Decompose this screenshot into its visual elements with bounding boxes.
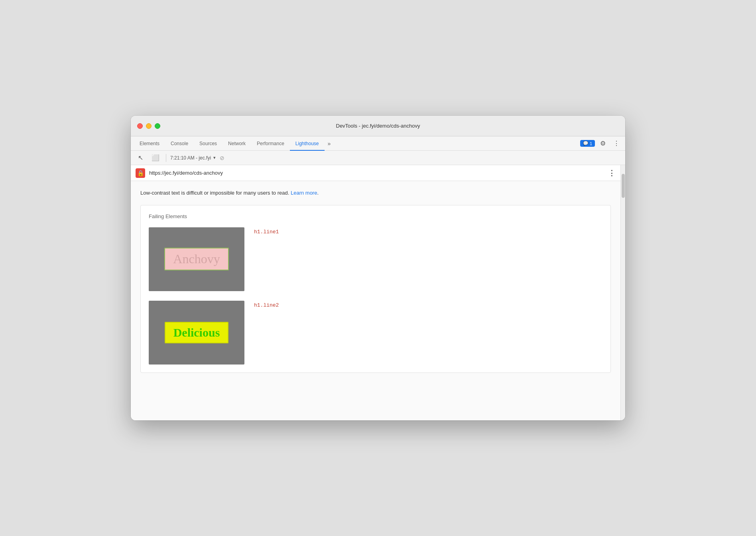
settings-button[interactable]: ⚙ [597, 138, 608, 149]
main-content: Low-contrast text is difficult or imposs… [131, 181, 620, 420]
failing-elements-title: Failing Elements [149, 213, 602, 219]
anchovy-code[interactable]: h1.line1 [254, 227, 279, 235]
more-button[interactable]: ⋮ [611, 138, 622, 149]
scrollbar-track[interactable] [620, 165, 625, 420]
element-row: Delicious h1.line2 [149, 301, 602, 365]
tab-elements[interactable]: Elements [134, 137, 165, 151]
current-url: https://jec.fyi/demo/cds-anchovy [149, 170, 604, 176]
anchovy-preview: Anchovy [149, 227, 244, 291]
toolbar-divider [166, 154, 166, 162]
notification-count: 1 [590, 141, 592, 146]
tab-sources[interactable]: Sources [194, 137, 222, 151]
tab-overflow-button[interactable]: » [325, 136, 334, 150]
cursor-icon: ↖ [138, 154, 143, 162]
lock-icon: 🔒 [137, 170, 144, 176]
content-area: 🔒 https://jec.fyi/demo/cds-anchovy ⋮ Low… [131, 165, 620, 420]
anchovy-text: Anchovy [164, 248, 228, 270]
block-icon: ⊘ [220, 155, 224, 161]
time-and-url: 7:21:10 AM - jec.fyi ▾ [170, 155, 216, 161]
device-icon: ⬜ [152, 154, 159, 162]
time-url-text: 7:21:10 AM - jec.fyi [170, 155, 211, 161]
scrollbar-thumb[interactable] [622, 174, 625, 198]
secondary-toolbar: ↖ ⬜ 7:21:10 AM - jec.fyi ▾ ⊘ [131, 151, 625, 165]
security-icon: 🔒 [136, 168, 145, 178]
tabbar-right: 💬 1 ⚙ ⋮ [580, 136, 622, 150]
devtools-window: DevTools - jec.fyi/demo/cds-anchovy Elem… [131, 116, 625, 420]
cursor-icon-button[interactable]: ↖ [134, 152, 147, 164]
chat-bubble-icon: 💬 [583, 141, 589, 146]
window-title: DevTools - jec.fyi/demo/cds-anchovy [336, 123, 420, 129]
device-toggle-button[interactable]: ⬜ [149, 152, 162, 164]
window-body: 🔒 https://jec.fyi/demo/cds-anchovy ⋮ Low… [131, 165, 625, 420]
info-paragraph: Low-contrast text is difficult or imposs… [140, 189, 611, 197]
learn-more-link[interactable]: Learn more [291, 190, 317, 196]
info-text: Low-contrast text is difficult or imposs… [140, 190, 289, 196]
gear-icon: ⚙ [600, 140, 606, 147]
block-requests-button[interactable]: ⊘ [218, 154, 226, 162]
maximize-button[interactable] [155, 123, 160, 129]
minimize-button[interactable] [146, 123, 152, 129]
dots-vertical-icon: ⋮ [613, 140, 620, 147]
failing-elements-card: Failing Elements Anchovy h1.line1 Delici… [140, 205, 611, 373]
titlebar: DevTools - jec.fyi/demo/cds-anchovy [131, 116, 625, 136]
tab-performance[interactable]: Performance [251, 137, 290, 151]
tab-console[interactable]: Console [165, 137, 194, 151]
info-suffix: . [317, 190, 319, 196]
notification-badge[interactable]: 💬 1 [580, 140, 595, 147]
tab-bar: Elements Console Sources Network Perform… [131, 136, 625, 151]
element-row: Anchovy h1.line1 [149, 227, 602, 291]
close-button[interactable] [137, 123, 143, 129]
url-bar: 🔒 https://jec.fyi/demo/cds-anchovy ⋮ [131, 165, 620, 181]
delicious-code[interactable]: h1.line2 [254, 301, 279, 308]
tab-network[interactable]: Network [222, 137, 251, 151]
tab-lighthouse[interactable]: Lighthouse [290, 137, 325, 151]
delicious-text: Delicious [165, 322, 229, 343]
delicious-preview: Delicious [149, 301, 244, 365]
url-more-button[interactable]: ⋮ [608, 169, 616, 177]
dropdown-button[interactable]: ▾ [213, 155, 216, 160]
window-controls [137, 123, 160, 129]
